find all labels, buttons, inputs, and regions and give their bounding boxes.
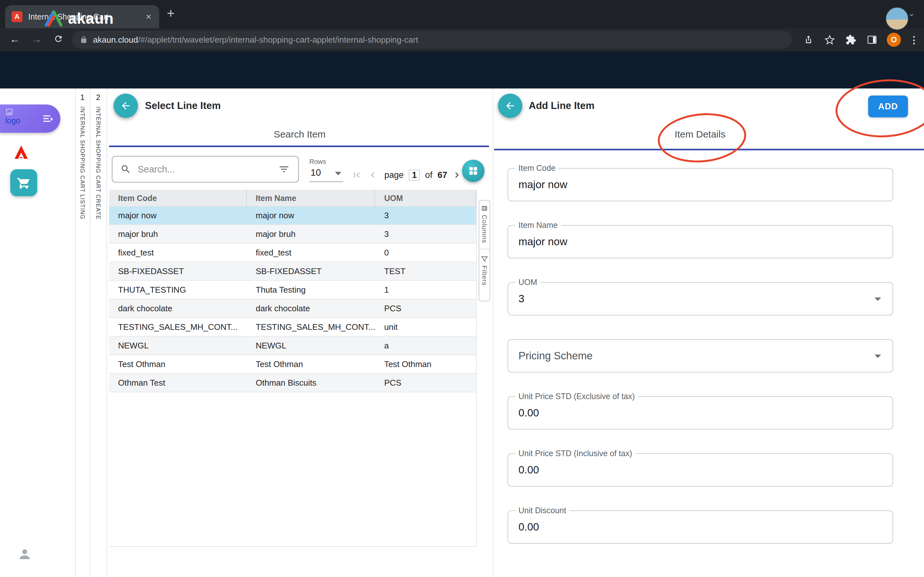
rows-select-caret-icon[interactable]	[335, 172, 341, 175]
pricing-scheme-field[interactable]: Pricing Scheme	[507, 339, 893, 372]
table-row[interactable]: TESTING_SALES_MH_CONT... TESTING_SALES_M…	[109, 318, 476, 337]
cell-item-name: major bruh	[247, 225, 375, 243]
columns-icon[interactable]	[481, 205, 488, 212]
unit-price-inclusive-field[interactable]: Unit Price STD (Inclusive of tax) 0.00	[507, 453, 893, 487]
cell-uom: 0	[375, 243, 476, 261]
unit-price-exclusive-field[interactable]: Unit Price STD (Exclusive of tax) 0.00	[507, 396, 893, 430]
bookmark-star-icon[interactable]	[823, 33, 836, 46]
table-row[interactable]: NEWGL NEWGL a	[109, 337, 476, 355]
menu-open-icon[interactable]	[42, 112, 55, 127]
cell-item-code: Test Othman	[109, 355, 247, 373]
tab-search-chevron-icon[interactable]: ⌄	[908, 8, 915, 18]
filter-list-icon[interactable]	[278, 163, 290, 176]
toolbar-icons: O ⋮	[802, 28, 919, 51]
side-panel-icon[interactable]	[866, 33, 879, 46]
cell-uom: Test Othman	[375, 355, 476, 373]
uom-select-caret-icon[interactable]	[875, 298, 881, 301]
user-photo-avatar[interactable]	[885, 7, 909, 30]
url-path: /#/applet/tnt/wavelet/erp/internal-shopp…	[138, 35, 418, 45]
cart-icon	[17, 176, 31, 190]
cell-uom: TEST	[375, 262, 476, 280]
cell-uom: PCS	[375, 300, 476, 318]
table-scrollbar[interactable]	[476, 190, 477, 546]
address-bar[interactable]: akaun.cloud/#/applet/tnt/wavelet/erp/int…	[72, 31, 792, 49]
sidebar-tab-1-label[interactable]: INTERNAL SHOPPING CART LISTING	[75, 106, 90, 219]
broken-image-icon	[5, 108, 13, 116]
table-row[interactable]: major bruh major bruh 3	[109, 225, 476, 243]
sidebar-tab-2-number[interactable]: 2	[90, 93, 107, 102]
sidebar-logo-pill[interactable]: logo	[0, 105, 60, 133]
tabcol-divider-2	[107, 89, 107, 577]
table-row[interactable]: THUTA_TESTING Thuta Testing 1	[109, 281, 476, 300]
table-row[interactable]: major now major now 3	[109, 206, 476, 225]
column-header-item-name[interactable]: Item Name	[247, 190, 375, 206]
cell-uom: PCS	[375, 374, 476, 392]
cell-item-code: dark chocolate	[109, 300, 247, 318]
cell-item-name: NEWGL	[247, 337, 375, 355]
profile-avatar[interactable]: O	[887, 33, 901, 47]
cell-uom: a	[375, 337, 476, 355]
item-code-field[interactable]: Item Code major now	[507, 168, 893, 201]
table-row[interactable]: fixed_test fixed_test 0	[109, 243, 476, 262]
menu-kebab-icon[interactable]: ⋮	[909, 34, 919, 45]
brand-text: akaun	[68, 10, 114, 27]
cell-item-name: SB-FIXEDASSET	[247, 262, 375, 280]
tab-close-icon[interactable]: ×	[144, 11, 153, 22]
unit-discount-field[interactable]: Unit Discount 0.00	[507, 510, 893, 544]
prev-page-icon[interactable]	[367, 169, 379, 181]
reload-icon	[53, 34, 63, 44]
pricing-scheme-caret-icon[interactable]	[875, 355, 881, 358]
browser-tab-strip: A Internal Shopping Cart × + ⌄	[0, 0, 924, 28]
padlock-icon	[79, 35, 88, 44]
user-icon[interactable]	[17, 547, 32, 564]
next-page-icon[interactable]	[451, 169, 463, 181]
item-code-value: major now	[519, 169, 567, 201]
forward-button[interactable]: →	[29, 33, 44, 45]
rows-per-page-value[interactable]: 10	[310, 167, 321, 178]
shopping-cart-button[interactable]	[10, 169, 37, 196]
page-number-input[interactable]: 1	[409, 169, 420, 181]
rows-per-page-label: Rows	[309, 158, 326, 165]
table-row[interactable]: dark chocolate dark chocolate PCS	[109, 300, 476, 318]
uom-field[interactable]: UOM 3	[507, 282, 893, 316]
tab-search-item[interactable]: Search Item	[107, 129, 493, 140]
rows-select-underline	[309, 181, 343, 182]
back-button[interactable]: ←	[8, 33, 22, 45]
reload-button[interactable]	[51, 34, 65, 46]
uom-value: 3	[519, 283, 524, 315]
table-header-row: Item Code Item Name UOM	[109, 190, 476, 206]
search-input[interactable]	[136, 163, 272, 175]
pdf-icon	[13, 144, 29, 161]
cell-item-name: Test Othman	[247, 355, 375, 373]
table-row[interactable]: SB-FIXEDASSET SB-FIXEDASSET TEST	[109, 262, 476, 281]
cell-item-code: major bruh	[109, 225, 247, 243]
sidebar-tab-2-label[interactable]: INTERNAL SHOPPING CART CREATE	[90, 106, 107, 219]
logo-alt-text: logo	[5, 116, 20, 125]
select-line-item-back-button[interactable]	[113, 93, 138, 118]
cell-item-name: fixed_test	[247, 243, 375, 261]
apps-grid-icon	[468, 166, 478, 176]
grid-view-button[interactable]	[462, 160, 485, 182]
cell-item-code: fixed_test	[109, 243, 247, 261]
columns-tool[interactable]: Columns	[481, 215, 488, 243]
table-body: major now major now 3 major bruh major b…	[109, 206, 476, 392]
add-line-item-back-button[interactable]	[498, 93, 522, 118]
sidebar-tab-1-number[interactable]: 1	[75, 93, 90, 102]
extensions-icon[interactable]	[845, 33, 857, 46]
filters-tool[interactable]: Filters	[481, 266, 488, 285]
page-total: 67	[438, 170, 447, 180]
pdf-export-button[interactable]	[13, 144, 29, 163]
cell-item-code: major now	[109, 206, 247, 224]
cell-item-name: Othman Biscuits	[247, 374, 375, 392]
table-row[interactable]: Othman Test Othman Biscuits PCS	[109, 374, 476, 392]
item-name-field[interactable]: Item Name major now	[507, 225, 893, 258]
item-table: Item Code Item Name UOM major now major …	[109, 190, 476, 392]
new-tab-button[interactable]: +	[167, 6, 175, 21]
share-icon[interactable]	[802, 33, 815, 46]
first-page-icon[interactable]	[351, 169, 363, 181]
column-header-uom[interactable]: UOM	[375, 190, 476, 206]
column-header-item-code[interactable]: Item Code	[109, 190, 247, 206]
table-row[interactable]: Test Othman Test Othman Test Othman	[109, 355, 476, 374]
search-box[interactable]	[111, 156, 299, 183]
filters-icon[interactable]	[481, 255, 488, 263]
